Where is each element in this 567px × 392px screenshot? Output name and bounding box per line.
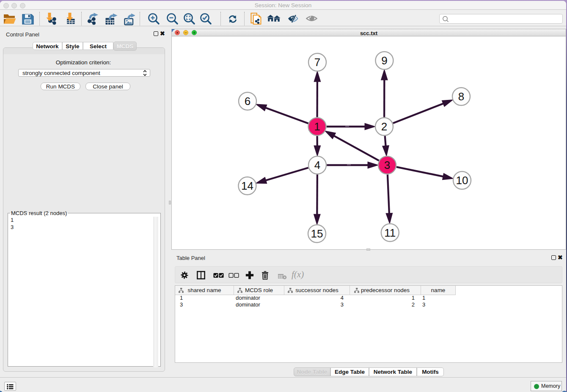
svg-text:6: 6 (245, 95, 250, 108)
svg-text:3: 3 (384, 159, 390, 171)
svg-text:9: 9 (381, 54, 387, 67)
svg-text:7: 7 (314, 56, 320, 69)
svg-text:8: 8 (458, 90, 464, 103)
svg-text:1: 1 (314, 120, 320, 133)
svg-text:2: 2 (381, 120, 387, 133)
svg-text:14: 14 (241, 179, 253, 192)
svg-text:10: 10 (456, 174, 468, 187)
svg-text:15: 15 (311, 227, 323, 240)
svg-text:4: 4 (314, 159, 320, 171)
svg-text:11: 11 (384, 226, 396, 239)
